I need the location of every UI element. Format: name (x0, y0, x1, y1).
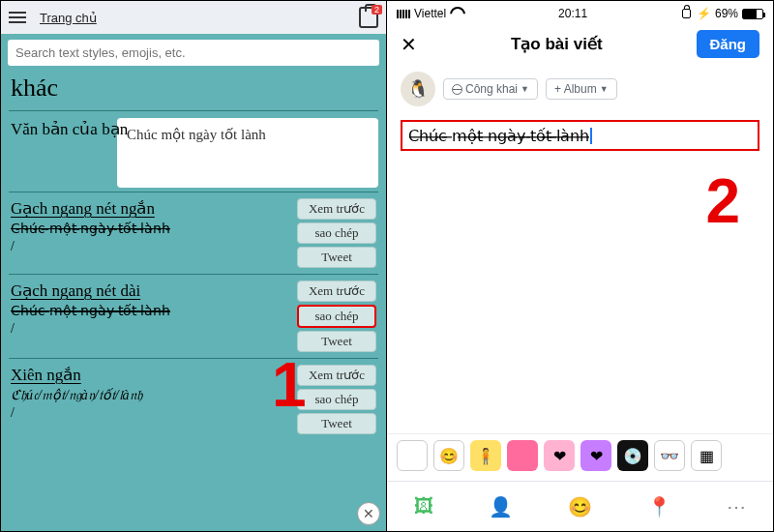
bg-option[interactable]: ▦ (691, 440, 722, 471)
battery-icon (742, 9, 763, 19)
carrier-label: Viettel (414, 7, 446, 20)
wifi-icon (450, 9, 463, 18)
bg-option[interactable] (397, 440, 428, 471)
style-slash: / (11, 320, 291, 338)
facebook-composer: Viettel 20:11 ⚡ 69% ✕ Tạo bài viết Đăng … (387, 1, 773, 531)
preview-button[interactable]: Xem trước (297, 198, 376, 220)
close-icon[interactable]: ✕ (401, 33, 417, 56)
chevron-down-icon: ▼ (600, 84, 609, 94)
composer-title: Tạo bài viết (511, 34, 603, 54)
style-sample: C̵h̵ú̵c̵ ̵m̵ộ̵t̵ ̵n̵g̵à̵y̵ ̵t̵ố̵t̵ ̵l̵à̵… (11, 221, 291, 238)
style-row-long-strike: Gạch ngang nét dài C̶h̶ú̶c̶ ̶m̶ộ̶t̶ ̶n̶g… (1, 275, 386, 358)
lock-icon (682, 9, 691, 18)
globe-icon (452, 84, 462, 95)
tweet-button[interactable]: Tweet (297, 247, 376, 268)
tweet-button[interactable]: Tweet (297, 331, 376, 352)
bg-option[interactable]: 🧍 (470, 440, 501, 471)
bg-option[interactable]: 💿 (617, 440, 648, 471)
input-section: Văn bản của bạn Chúc một ngày tốt lành (1, 111, 386, 192)
copy-button[interactable]: sao chép (297, 222, 376, 244)
album-selector[interactable]: + Album ▼ (546, 78, 617, 100)
avatar[interactable]: 🐧 (401, 72, 435, 106)
more-icon[interactable]: ⋯ (727, 495, 746, 518)
text-style-app: Trang chủ 2 khác Văn bản của bạn Chúc mộ… (1, 1, 387, 531)
signal-icon (397, 10, 410, 18)
copy-button[interactable]: sao chép (297, 305, 376, 328)
menu-icon[interactable] (9, 12, 26, 23)
style-title: Gạch ngang nét ngắn (11, 198, 291, 219)
composer-toolbar: 🖼 👤 😊 📍 ⋯ (387, 481, 773, 531)
style-title: Gạch ngang nét dài (11, 281, 291, 301)
annotation-2: 2 (705, 165, 740, 237)
style-row-short-strike: Gạch ngang nét ngắn C̵h̵ú̵c̵ ̵m̵ộ̵t̵ ̵n̵… (1, 192, 386, 274)
style-row-slant-short: Xiên ngắn ℭ𝔥ú𝔠/𝔪ộ𝔱/𝔫𝔤à𝔶/𝔱ố𝔱/𝔩à𝔫𝔥 / Xem t… (1, 359, 386, 440)
style-slash: / (11, 238, 291, 255)
copy-button[interactable]: sao chép (297, 389, 376, 410)
annotation-1: 1 (272, 349, 307, 421)
post-button[interactable]: Đăng (697, 30, 760, 58)
user-text-input[interactable]: Chúc một ngày tốt lành (117, 118, 378, 188)
composer-meta: 🐧 Công khai ▼ + Album ▼ (387, 66, 773, 112)
home-link[interactable]: Trang chủ (40, 11, 97, 25)
composer-header: ✕ Tạo bài viết Đăng (387, 22, 773, 66)
bg-option[interactable]: ❤ (580, 440, 611, 471)
bg-option[interactable]: ❤ (544, 440, 575, 471)
charging-icon: ⚡ (697, 7, 711, 20)
bg-option[interactable] (507, 440, 538, 471)
emoji-icon[interactable]: 😊 (568, 495, 592, 518)
bg-option[interactable]: 😊 (433, 440, 464, 471)
chevron-down-icon: ▼ (521, 84, 529, 94)
clock: 20:11 (558, 7, 587, 20)
preview-button[interactable]: Xem trước (297, 281, 376, 302)
close-floating-button[interactable]: ✕ (357, 502, 380, 525)
style-sample: ℭ𝔥ú𝔠/𝔪ộ𝔱/𝔫𝔤à𝔶/𝔱ố𝔱/𝔩à𝔫𝔥 (11, 387, 291, 404)
search-input[interactable] (8, 40, 379, 66)
audience-selector[interactable]: Công khai ▼ (443, 78, 538, 100)
background-picker: 😊🧍❤❤💿👓▦ (387, 433, 773, 477)
preview-button[interactable]: Xem trước (297, 365, 376, 386)
style-sample: C̶h̶ú̶c̶ ̶m̶ộ̶t̶ ̶n̶g̶à̶y̶ ̶t̶ố̶t̶ ̶l̶à̶… (11, 303, 291, 320)
status-bar: Viettel 20:11 ⚡ 69% (387, 1, 773, 22)
clipboard-icon[interactable]: 2 (359, 7, 378, 28)
style-slash: / (11, 404, 291, 422)
tweet-button[interactable]: Tweet (297, 413, 376, 434)
location-icon[interactable]: 📍 (647, 495, 671, 518)
style-title: Xiên ngắn (11, 365, 291, 385)
photo-icon[interactable]: 🖼 (414, 495, 433, 517)
top-bar: Trang chủ 2 (1, 1, 386, 34)
compose-text[interactable]: C̶h̶ú̶c̶ ̶m̶ộ̶t̶ ̶n̶g̶à̶y̶ ̶t̶ố̶t̶ ̶l̶à̶… (401, 120, 759, 151)
battery-percent: 69% (715, 7, 738, 20)
notification-badge: 2 (372, 5, 382, 15)
section-heading: khác (1, 72, 386, 110)
bg-option[interactable]: 👓 (654, 440, 685, 471)
tag-people-icon[interactable]: 👤 (489, 495, 513, 518)
